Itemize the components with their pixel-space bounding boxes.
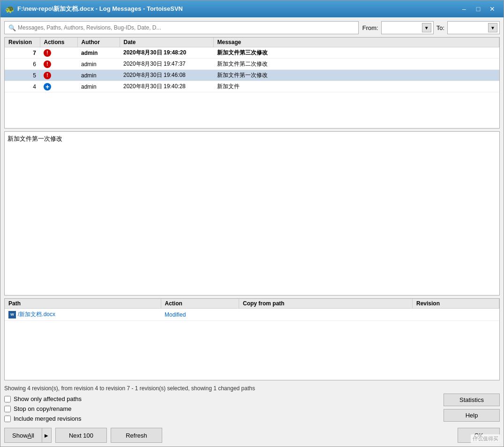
from-date-field[interactable]: 2020/ 8/30 ▼ [381,21,434,34]
col-header-action: Action [161,299,239,309]
paths-container: Path Action Copy from path Revision W/新加… [4,298,500,380]
log-revision-cell: 4 [5,81,40,92]
to-date-field[interactable]: 2020/ 8/30 ▼ [447,21,500,34]
modified-icon: ! [44,72,51,79]
paths-table-row[interactable]: W/新加文档.docxModified [5,309,499,321]
status-bar: Showing 4 revision(s), from revision 4 t… [4,383,500,394]
log-message-cell: 新加文件第二次修改 [213,59,499,70]
word-file-icon: W [8,311,16,318]
search-input[interactable] [18,24,354,31]
path-copyfrom-cell [239,309,413,321]
checkboxes-group: Show only affected paths Stop on copy/re… [4,395,82,422]
modified-icon: ! [44,49,51,57]
log-action-cell: ! [40,70,77,81]
log-author-cell: admin [77,59,120,70]
log-author-cell: admin [77,70,120,81]
stop-on-copy-label: Stop on copy/rename [14,405,72,412]
log-author-cell: admin [77,47,120,59]
path-action-cell: Modified [161,309,239,321]
search-bar: 🔍 From: 2020/ 8/30 ▼ To: 2020/ 8/30 ▼ [4,21,500,34]
message-content: 新加文件第一次修改 [8,135,62,142]
close-button[interactable]: ✕ [486,4,499,14]
log-author-cell: admin [77,81,120,92]
log-revision-cell: 7 [5,47,40,59]
watermark: 什么值得买 [471,434,500,443]
log-message-cell: 新加文件第一次修改 [213,70,499,81]
status-text: Showing 4 revision(s), from revision 4 t… [4,385,255,392]
log-date-cell: 2020年8月30日 19:47:37 [120,59,213,70]
col-header-date: Date [120,38,213,47]
window-title: F:\new-repo\新加文档.docx - Log Messages - T… [17,5,183,13]
from-date-input[interactable]: 2020/ 8/30 [384,24,421,31]
added-icon: + [44,83,51,91]
log-table: Revision Actions Author Date Message 7!a… [5,38,499,92]
col-header-actions: Actions [40,38,77,47]
path-cell[interactable]: W/新加文档.docx [5,309,161,321]
message-area: 新加文件第一次修改 [4,131,500,295]
show-affected-checkbox[interactable] [4,396,11,402]
log-date-cell: 2020年8月30日 19:48:20 [120,47,213,59]
path-link[interactable]: W/新加文档.docx [8,311,157,318]
to-label: To: [436,24,444,31]
to-date-input[interactable]: 2020/ 8/30 [450,24,487,31]
from-date-picker-button[interactable]: ▼ [422,23,431,32]
title-bar: 🐢 F:\new-repo\新加文档.docx - Log Messages -… [0,0,504,17]
help-button[interactable]: Help [444,409,500,422]
col-header-copyfrom: Copy from path [239,299,413,309]
show-dropdown-arrow[interactable]: ▶ [42,428,51,442]
log-action-cell: + [40,81,77,92]
paths-table: Path Action Copy from path Revision W/新加… [5,299,499,321]
log-revision-cell: 5 [5,70,40,81]
col-header-revision2: Revision [413,299,499,309]
to-date-picker-button[interactable]: ▼ [488,23,497,32]
log-action-cell: ! [40,59,77,70]
show-dropdown[interactable]: Show All ▶ [4,428,52,443]
log-table-row[interactable]: 4+admin2020年8月30日 19:40:28新加文件 [5,81,499,92]
include-merged-checkbox[interactable] [4,416,11,422]
modified-icon: ! [44,61,51,68]
next-100-button[interactable]: Next 100 [55,428,107,443]
log-action-cell: ! [40,47,77,59]
show-affected-checkbox-label[interactable]: Show only affected paths [4,395,82,402]
options-and-buttons: Show only affected paths Stop on copy/re… [4,394,500,424]
log-revision-cell: 6 [5,59,40,70]
log-table-row[interactable]: 7!admin2020年8月30日 19:48:20新加文件第三次修改 [5,47,499,59]
search-input-wrapper[interactable]: 🔍 [4,21,359,34]
stop-on-copy-checkbox-label[interactable]: Stop on copy/rename [4,405,82,412]
refresh-button[interactable]: Refresh [111,428,162,443]
include-merged-checkbox-label[interactable]: Include merged revisions [4,415,82,422]
log-table-container: Revision Actions Author Date Message 7!a… [4,37,500,129]
log-table-row[interactable]: 6!admin2020年8月30日 19:47:37新加文件第二次修改 [5,59,499,70]
log-table-row[interactable]: 5!admin2020年8月30日 19:46:08新加文件第一次修改 [5,70,499,81]
col-header-path: Path [5,299,161,309]
right-buttons-group: Statistics Help [444,394,500,422]
minimize-button[interactable]: – [458,4,471,14]
statistics-button[interactable]: Statistics [444,394,500,406]
log-message-cell: 新加文件第三次修改 [213,47,499,59]
col-header-revision: Revision [5,38,40,47]
col-header-message: Message [213,38,499,47]
show-affected-label: Show only affected paths [14,395,82,402]
from-label: From: [362,24,378,31]
bottom-buttons-row: Show All ▶ Next 100 Refresh OK [4,428,500,443]
stop-on-copy-checkbox[interactable] [4,406,11,412]
show-button-label[interactable]: Show All [5,428,42,442]
log-message-cell: 新加文件 [213,81,499,92]
log-date-cell: 2020年8月30日 19:46:08 [120,70,213,81]
include-merged-label: Include merged revisions [14,415,82,422]
date-range: From: 2020/ 8/30 ▼ To: 2020/ 8/30 ▼ [362,21,500,34]
path-revision-cell [413,309,499,321]
log-date-cell: 2020年8月30日 19:40:28 [120,81,213,92]
search-icon: 🔍 [8,24,16,31]
maximize-button[interactable]: □ [472,4,485,14]
col-header-author: Author [77,38,120,47]
bottom-section: Showing 4 revision(s), from revision 4 t… [4,383,500,443]
app-icon: 🐢 [5,5,14,13]
